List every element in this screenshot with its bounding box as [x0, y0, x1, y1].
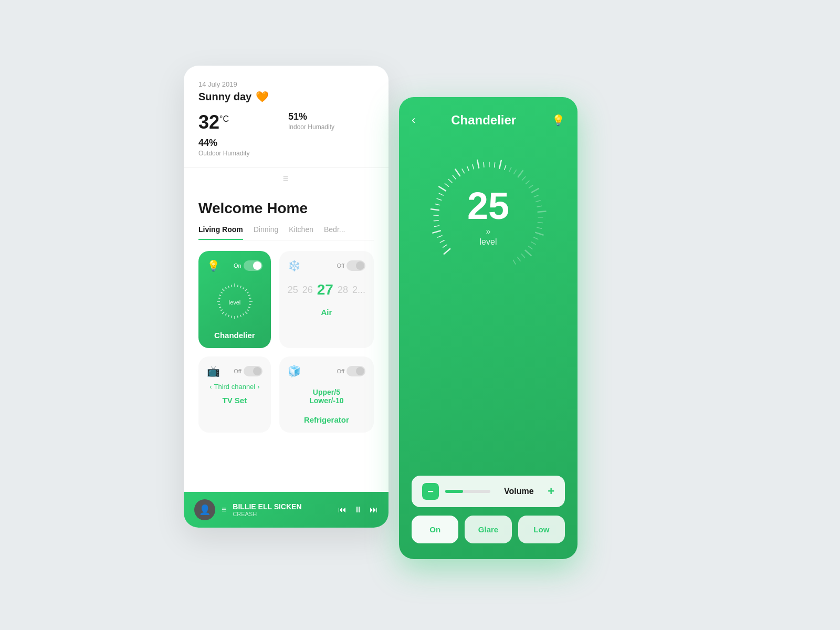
- player-avatar: 👤: [194, 499, 215, 520]
- fridge-lower: Lower/-10: [288, 396, 365, 405]
- tv-toggle[interactable]: [244, 366, 262, 376]
- svg-line-63: [522, 177, 526, 181]
- svg-line-76: [531, 242, 536, 245]
- svg-line-18: [232, 316, 232, 318]
- svg-line-60: [509, 167, 511, 172]
- svg-line-22: [220, 310, 222, 311]
- svg-line-47: [445, 184, 448, 186]
- svg-line-2: [237, 285, 238, 287]
- left-panel: 14 July 2019 Sunny day 🧡 32°C 51% Indoor…: [184, 66, 388, 528]
- fridge-upper: Upper/5: [288, 388, 365, 396]
- svg-line-51: [462, 169, 464, 173]
- weather-date: 14 July 2019: [198, 80, 374, 88]
- svg-line-55: [484, 162, 484, 167]
- device-card-refrigerator[interactable]: 🧊 Off Upper/5 Lower/-10 Refrigerator: [279, 356, 374, 433]
- svg-line-7: [248, 295, 250, 296]
- svg-line-5: [245, 289, 247, 291]
- svg-line-68: [536, 201, 541, 202]
- svg-text:level: level: [229, 299, 241, 306]
- next-button[interactable]: ⏭: [370, 505, 378, 514]
- svg-line-28: [220, 292, 222, 293]
- dial-center: 25 » level: [467, 187, 509, 247]
- menu-dots: ≡: [184, 168, 388, 190]
- svg-line-52: [467, 166, 469, 171]
- svg-line-64: [526, 181, 529, 184]
- svg-line-81: [513, 260, 516, 264]
- dial-label: level: [480, 237, 497, 247]
- player-controls[interactable]: ⏮ ⏸ ⏭: [338, 505, 378, 514]
- air-name: Air: [288, 308, 365, 317]
- fridge-toggle-knob: [356, 367, 364, 375]
- tab-dinning[interactable]: Dinning: [254, 225, 278, 240]
- tv-channel-display: ‹ Third channel ›: [207, 383, 262, 391]
- svg-line-45: [439, 193, 443, 195]
- fridge-toggle[interactable]: [346, 366, 365, 376]
- player-song-name: BILLIE ELL SICKEN: [233, 502, 332, 511]
- player-artist: CREASH: [233, 511, 332, 517]
- svg-line-23: [219, 307, 221, 308]
- action-buttons: On Glare Low: [399, 516, 578, 559]
- tab-kitchen[interactable]: Kitchen: [289, 225, 313, 240]
- svg-line-49: [453, 175, 456, 179]
- svg-line-37: [438, 236, 442, 237]
- player-bar: 👤 ≡ BILLIE ELL SICKEN CREASH ⏮ ⏸ ⏭: [184, 492, 388, 528]
- on-button[interactable]: On: [412, 516, 458, 543]
- volume-label: Volume: [497, 487, 542, 496]
- svg-line-62: [518, 171, 523, 177]
- air-icon: ❄️: [288, 259, 301, 272]
- tv-name: TV Set: [207, 396, 262, 405]
- room-tabs[interactable]: Living Room Dinning Kitchen Bedr...: [198, 225, 374, 240]
- glare-button[interactable]: Glare: [465, 516, 511, 543]
- back-button[interactable]: ‹: [412, 113, 415, 127]
- toggle-knob: [253, 261, 261, 270]
- volume-control: − Volume +: [412, 476, 565, 507]
- dial-wrapper[interactable]: 25 » level: [420, 149, 556, 285]
- svg-line-6: [247, 292, 248, 293]
- svg-line-27: [219, 295, 221, 296]
- svg-line-59: [505, 165, 506, 170]
- svg-line-13: [245, 312, 247, 314]
- device-grid: 💡 On: [198, 251, 374, 433]
- volume-fill: [445, 490, 463, 493]
- weather-condition: Sunny day 🧡: [198, 90, 374, 103]
- indoor-humidity: 51% Indoor Humadity: [288, 111, 374, 133]
- device-card-chandelier[interactable]: 💡 On: [198, 251, 271, 348]
- air-status: Off: [337, 262, 344, 269]
- svg-line-79: [521, 254, 524, 258]
- svg-line-50: [455, 170, 460, 176]
- svg-line-15: [240, 315, 242, 317]
- detail-title: Chandelier: [451, 113, 516, 128]
- pause-button[interactable]: ⏸: [354, 505, 362, 514]
- svg-line-11: [248, 307, 250, 308]
- svg-line-3: [240, 286, 242, 288]
- fridge-temps: Upper/5 Lower/-10: [288, 382, 365, 411]
- tv-status: Off: [234, 368, 241, 374]
- welcome-title: Welcome Home: [198, 200, 374, 217]
- svg-line-14: [243, 313, 244, 315]
- prev-button[interactable]: ⏮: [338, 505, 346, 514]
- volume-plus-button[interactable]: +: [548, 485, 554, 498]
- tab-bedroom[interactable]: Bedr...: [324, 225, 345, 240]
- svg-line-57: [495, 163, 495, 167]
- chandelier-knob-area: var ticks = ''; for(var i=0;i<36;i++){ v…: [207, 276, 262, 327]
- weather-grid: 32°C 51% Indoor Humadity 44% Outdoor Hum…: [198, 111, 374, 157]
- device-card-air[interactable]: ❄️ Off 25 26 27 28 2...: [279, 251, 374, 348]
- player-menu-icon[interactable]: ≡: [222, 505, 226, 514]
- low-button[interactable]: Low: [518, 516, 565, 543]
- chandelier-toggle[interactable]: [244, 260, 262, 271]
- air-toggle[interactable]: [346, 260, 365, 271]
- svg-line-78: [525, 250, 531, 256]
- svg-line-10: [249, 304, 251, 304]
- volume-slider[interactable]: [445, 490, 490, 493]
- svg-line-48: [448, 180, 452, 183]
- volume-minus-button[interactable]: −: [422, 483, 439, 500]
- svg-line-34: [444, 249, 450, 254]
- device-card-tv[interactable]: 📺 Off ‹ Third channel › TV Set: [198, 356, 271, 433]
- tab-living-room[interactable]: Living Room: [198, 225, 243, 240]
- svg-line-12: [247, 310, 248, 311]
- svg-line-31: [228, 286, 229, 288]
- svg-line-74: [536, 233, 543, 235]
- chandelier-name: Chandelier: [207, 331, 262, 340]
- cloud-icon: 🧡: [256, 90, 269, 103]
- tv-header: 📺 Off: [207, 365, 262, 377]
